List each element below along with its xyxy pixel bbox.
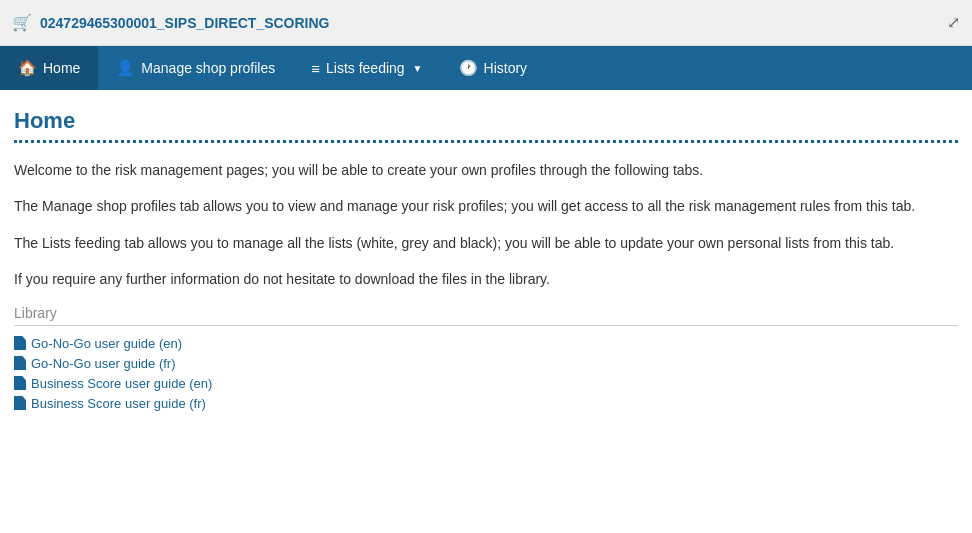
dropdown-arrow-icon: ▼ <box>413 63 423 74</box>
nav-home-label: Home <box>43 60 80 76</box>
nav-lists-feeding-label: Lists feeding <box>326 60 405 76</box>
library-link-business-score-fr-label: Business Score user guide (fr) <box>31 396 206 411</box>
file-icon <box>14 336 26 350</box>
library-link-business-score-en[interactable]: Business Score user guide (en) <box>14 376 958 391</box>
top-bar-title: 🛒 024729465300001_SIPS_DIRECT_SCORING <box>12 13 330 32</box>
library-link-go-no-go-en-label: Go-No-Go user guide (en) <box>31 336 182 351</box>
library-title: Library <box>14 305 958 326</box>
top-bar: 🛒 024729465300001_SIPS_DIRECT_SCORING ⤢ <box>0 0 972 46</box>
library-link-business-score-fr[interactable]: Business Score user guide (fr) <box>14 396 958 411</box>
clock-icon: 🕐 <box>459 59 478 77</box>
nav-manage-shop[interactable]: 👤 Manage shop profiles <box>98 46 293 90</box>
file-icon <box>14 396 26 410</box>
nav-lists-feeding[interactable]: ≡ Lists feeding ▼ <box>293 46 440 90</box>
cart-icon: 🛒 <box>12 13 32 32</box>
nav-history-label: History <box>484 60 528 76</box>
library-link-go-no-go-fr-label: Go-No-Go user guide (fr) <box>31 356 176 371</box>
file-icon <box>14 376 26 390</box>
intro-paragraph-1: Welcome to the risk management pages; yo… <box>14 159 958 181</box>
app-title: 024729465300001_SIPS_DIRECT_SCORING <box>40 15 330 31</box>
intro-paragraph-3: The Lists feeding tab allows you to mana… <box>14 232 958 254</box>
title-divider <box>14 140 958 143</box>
intro-paragraph-2: The Manage shop profiles tab allows you … <box>14 195 958 217</box>
library-link-go-no-go-en[interactable]: Go-No-Go user guide (en) <box>14 336 958 351</box>
main-content: Home Welcome to the risk management page… <box>0 90 972 426</box>
intro-paragraph-4: If you require any further information d… <box>14 268 958 290</box>
library-link-business-score-en-label: Business Score user guide (en) <box>31 376 212 391</box>
nav-history[interactable]: 🕐 History <box>441 46 546 90</box>
navbar: 🏠 Home 👤 Manage shop profiles ≡ Lists fe… <box>0 46 972 90</box>
list-icon: ≡ <box>311 60 320 77</box>
file-icon <box>14 356 26 370</box>
expand-icon[interactable]: ⤢ <box>947 13 960 32</box>
user-icon: 👤 <box>116 59 135 77</box>
nav-manage-shop-label: Manage shop profiles <box>141 60 275 76</box>
nav-home[interactable]: 🏠 Home <box>0 46 98 90</box>
page-title: Home <box>14 108 958 134</box>
home-icon: 🏠 <box>18 59 37 77</box>
library-link-go-no-go-fr[interactable]: Go-No-Go user guide (fr) <box>14 356 958 371</box>
library-section: Library Go-No-Go user guide (en) Go-No-G… <box>14 305 958 411</box>
